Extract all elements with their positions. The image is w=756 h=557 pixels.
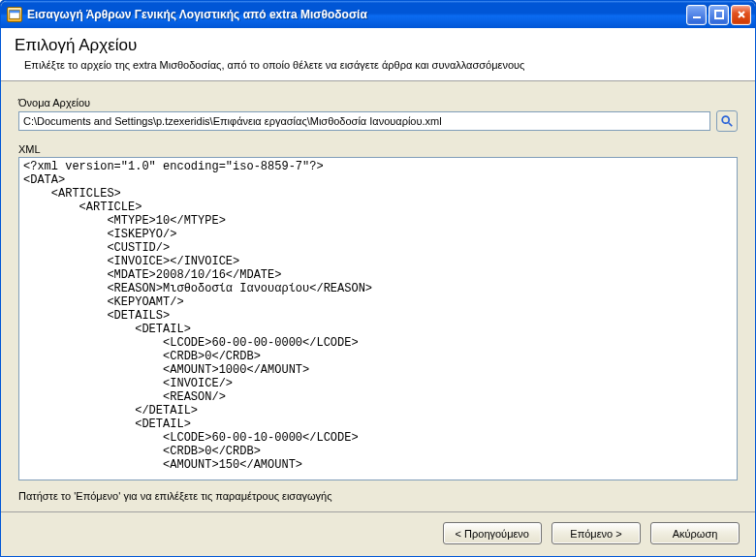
content-area: Όνομα Αρχείου XML <?xml version="1.0" en… — [1, 81, 755, 511]
page-title: Επιλογή Αρχείου — [15, 36, 741, 55]
file-row — [18, 110, 738, 132]
cancel-button[interactable]: Ακύρωση — [650, 522, 740, 544]
svg-line-7 — [729, 123, 733, 127]
app-icon — [7, 7, 22, 22]
xml-preview[interactable]: <?xml version="1.0" encoding="iso-8859-7… — [18, 157, 738, 480]
filename-label: Όνομα Αρχείου — [18, 97, 738, 108]
minimize-button[interactable] — [686, 5, 707, 25]
wizard-header: Επιλογή Αρχείου Επιλέξτε το αρχείο της e… — [1, 28, 755, 81]
filename-input[interactable] — [18, 111, 710, 131]
footer-hint: Πατήστε το 'Επόμενο' για να επιλέξετε τι… — [18, 486, 738, 506]
maximize-button[interactable] — [709, 5, 729, 25]
titlebar[interactable]: Εισαγωγή Άρθρων Γενικής Λογιστικής από e… — [1, 1, 755, 28]
close-button[interactable] — [731, 5, 751, 25]
window-title: Εισαγωγή Άρθρων Γενικής Λογιστικής από e… — [27, 8, 686, 21]
svg-rect-2 — [693, 16, 701, 18]
window-controls — [686, 5, 751, 25]
svg-point-6 — [722, 116, 729, 123]
svg-rect-3 — [715, 11, 723, 18]
page-subtitle: Επιλέξτε το αρχείο της extra Μισθοδοσίας… — [15, 59, 741, 71]
button-bar: < Προηγούμενο Επόμενο > Ακύρωση — [1, 511, 755, 556]
back-button[interactable]: < Προηγούμενο — [443, 522, 542, 544]
xml-label: XML — [18, 143, 738, 155]
search-icon — [720, 114, 734, 128]
app-window: Εισαγωγή Άρθρων Γενικής Λογιστικής από e… — [0, 0, 756, 557]
next-button[interactable]: Επόμενο > — [551, 522, 641, 544]
svg-rect-1 — [10, 11, 20, 14]
browse-button[interactable] — [716, 110, 738, 132]
